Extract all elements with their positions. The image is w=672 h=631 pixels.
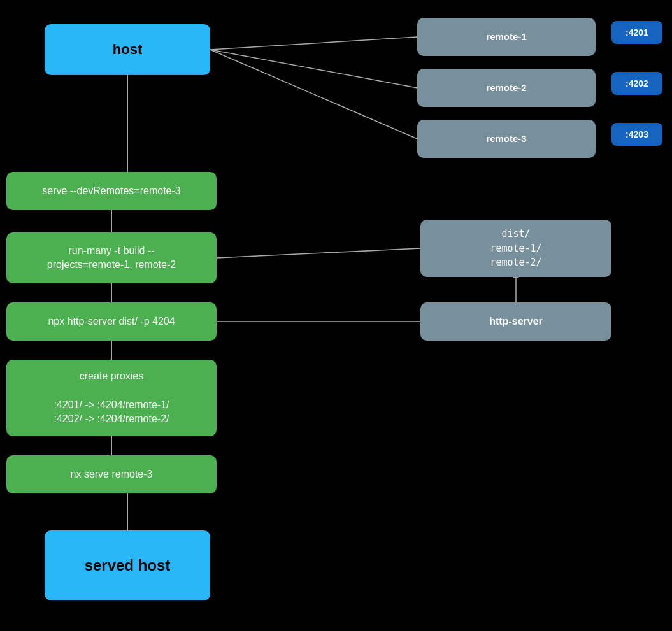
remote3-node: remote-3 [417, 120, 596, 158]
create-proxies-label: create proxies :4201/ -> :4204/remote-1/… [54, 369, 169, 427]
host-label: host [113, 41, 142, 58]
svg-line-2 [210, 50, 417, 88]
host-node: host [45, 24, 210, 75]
dist-label: dist/ remote-1/ remote-2/ [490, 227, 541, 270]
run-many-node: run-many -t build -- projects=remote-1, … [6, 232, 217, 283]
nx-serve-label: nx serve remote-3 [71, 467, 153, 481]
svg-line-1 [210, 37, 417, 50]
remote2-node: remote-2 [417, 69, 596, 107]
run-many-label: run-many -t build -- projects=remote-1, … [47, 244, 176, 273]
http-server-label: http-server [489, 316, 543, 327]
diagram: host remote-1 remote-2 remote-3 :4201 :4… [0, 0, 672, 631]
dist-node: dist/ remote-1/ remote-2/ [420, 220, 611, 277]
served-host-label: served host [85, 557, 171, 574]
port-4202-badge: :4202 [611, 72, 662, 95]
port-4201-badge: :4201 [611, 21, 662, 44]
serve-devremotes-node: serve --devRemotes=remote-3 [6, 172, 217, 210]
npx-http-node: npx http-server dist/ -p 4204 [6, 302, 217, 341]
remote1-label: remote-1 [486, 30, 526, 45]
nx-serve-node: nx serve remote-3 [6, 455, 217, 493]
remote2-label: remote-2 [486, 81, 526, 96]
npx-http-label: npx http-server dist/ -p 4204 [48, 315, 175, 329]
port-4203-badge: :4203 [611, 123, 662, 146]
served-host-node: served host [45, 530, 210, 600]
svg-line-3 [210, 50, 417, 139]
serve-devremotes-label: serve --devRemotes=remote-3 [42, 184, 180, 198]
port-4202-label: :4202 [626, 78, 648, 89]
svg-line-5 [217, 248, 420, 258]
http-server-node: http-server [420, 302, 611, 341]
port-4203-label: :4203 [626, 129, 648, 139]
remote1-node: remote-1 [417, 18, 596, 56]
port-4201-label: :4201 [626, 27, 648, 38]
remote3-label: remote-3 [486, 132, 526, 146]
create-proxies-node: create proxies :4201/ -> :4204/remote-1/… [6, 360, 217, 436]
